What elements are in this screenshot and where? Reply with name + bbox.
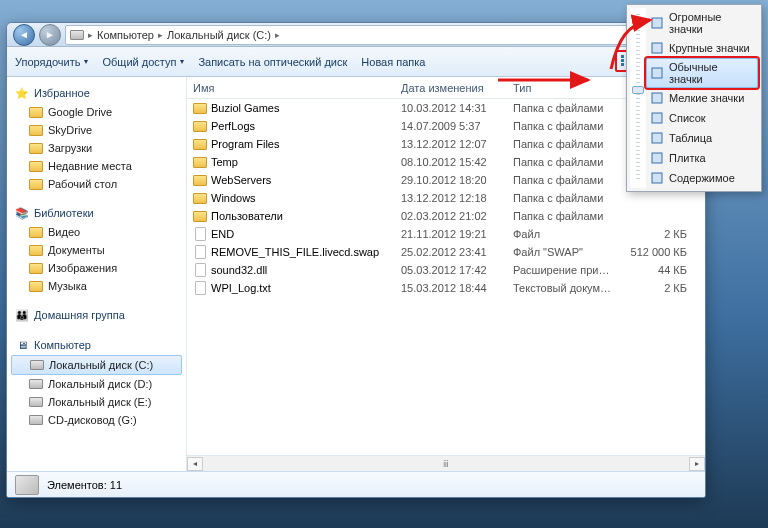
svg-rect-0 — [621, 55, 624, 58]
svg-rect-14 — [652, 113, 662, 123]
svg-rect-13 — [652, 93, 662, 103]
chevron-right-icon: ▸ — [88, 30, 93, 40]
view-option[interactable]: Содержимое — [646, 168, 758, 188]
chevron-down-icon: ▾ — [180, 57, 184, 66]
nav-pane: ⭐Избранное Google DriveSkyDriveЗагрузкиН… — [7, 77, 187, 471]
horizontal-scrollbar[interactable]: ◂ ⅲ ▸ — [187, 455, 705, 471]
folder-icon — [193, 191, 207, 205]
sidebar-item[interactable]: Рабочий стол — [7, 175, 186, 193]
hard-drive-icon — [29, 377, 43, 391]
svg-rect-15 — [652, 133, 662, 143]
view-mode-icon — [650, 151, 664, 165]
sidebar-item[interactable]: Музыка — [7, 277, 186, 295]
file-icon — [193, 227, 207, 241]
view-options-popup: Огромные значкиКрупные значкиОбычные зна… — [626, 4, 762, 192]
address-bar[interactable]: ▸ Компьютер ▸ Локальный диск (C:) ▸ — [65, 25, 671, 45]
sidebar-item-drive[interactable]: Локальный диск (D:) — [7, 375, 186, 393]
view-mode-icon — [650, 66, 664, 80]
view-option[interactable]: Список — [646, 108, 758, 128]
view-mode-icon — [650, 16, 664, 30]
file-icon — [193, 263, 207, 277]
table-row[interactable]: WPI_Log.txt15.03.2012 18:44Текстовый док… — [187, 279, 705, 297]
chevron-right-icon: ▸ — [158, 30, 163, 40]
scroll-right-icon[interactable]: ▸ — [689, 457, 705, 471]
burn-button[interactable]: Записать на оптический диск — [198, 56, 347, 68]
view-option[interactable]: Огромные значки — [646, 8, 758, 38]
video-icon — [29, 225, 43, 239]
sidebar-item[interactable]: Документы — [7, 241, 186, 259]
music-icon — [29, 279, 43, 293]
view-size-slider[interactable] — [630, 8, 646, 188]
file-icon — [193, 245, 207, 259]
slider-thumb[interactable] — [632, 86, 644, 94]
organize-button[interactable]: Упорядочить▾ — [15, 56, 88, 68]
gdrive-icon — [29, 105, 43, 119]
nav-group-computer[interactable]: 🖥Компьютер — [7, 335, 186, 355]
cd-drive-icon — [29, 413, 43, 427]
sidebar-item-drive[interactable]: CD-дисковод (G:) — [7, 411, 186, 429]
view-option[interactable]: Крупные значки — [646, 38, 758, 58]
svg-rect-2 — [621, 63, 624, 66]
sidebar-item[interactable]: Загрузки — [7, 139, 186, 157]
table-row[interactable]: Пользователи02.03.2012 21:02Папка с файл… — [187, 207, 705, 225]
share-button[interactable]: Общий доступ▾ — [102, 56, 184, 68]
sidebar-item[interactable]: Google Drive — [7, 103, 186, 121]
homegroup-icon: 👪 — [15, 308, 29, 322]
svg-rect-1 — [621, 59, 624, 62]
recent-icon — [29, 159, 43, 173]
view-mode-icon — [650, 171, 664, 185]
status-text: Элементов: 11 — [47, 479, 122, 491]
status-bar: Элементов: 11 — [7, 471, 705, 497]
column-date[interactable]: Дата изменения — [401, 82, 513, 94]
computer-icon: 🖥 — [15, 338, 29, 352]
nav-group-favorites[interactable]: ⭐Избранное — [7, 83, 186, 103]
nav-group-libraries[interactable]: 📚Библиотеки — [7, 203, 186, 223]
titlebar: ◄ ► ▸ Компьютер ▸ Локальный диск (C:) ▸ … — [7, 23, 705, 47]
hard-drive-icon — [30, 358, 44, 372]
sidebar-item[interactable]: SkyDrive — [7, 121, 186, 139]
sidebar-item-drive[interactable]: Локальный диск (C:) — [11, 355, 182, 375]
sidebar-item-drive[interactable]: Локальный диск (E:) — [7, 393, 186, 411]
folder-icon — [193, 101, 207, 115]
chevron-down-icon: ▾ — [84, 57, 88, 66]
view-option[interactable]: Таблица — [646, 128, 758, 148]
view-mode-icon — [650, 111, 664, 125]
chevron-right-icon: ▸ — [275, 30, 280, 40]
sidebar-item[interactable]: Изображения — [7, 259, 186, 277]
view-option[interactable]: Плитка — [646, 148, 758, 168]
explorer-window: ◄ ► ▸ Компьютер ▸ Локальный диск (C:) ▸ … — [6, 22, 706, 498]
breadcrumb-seg[interactable]: Компьютер — [97, 29, 154, 41]
back-button[interactable]: ◄ — [13, 24, 35, 46]
file-icon — [193, 281, 207, 295]
svg-rect-10 — [652, 18, 662, 28]
forward-button[interactable]: ► — [39, 24, 61, 46]
documents-icon — [29, 243, 43, 257]
command-bar: Упорядочить▾ Общий доступ▾ Записать на о… — [7, 47, 705, 77]
sidebar-item[interactable]: Видео — [7, 223, 186, 241]
drive-icon — [15, 475, 39, 495]
column-name[interactable]: Имя — [187, 82, 401, 94]
images-icon — [29, 261, 43, 275]
hard-drive-icon — [29, 395, 43, 409]
desktop-icon — [29, 177, 43, 191]
view-option[interactable]: Мелкие значки — [646, 88, 758, 108]
drive-icon — [70, 28, 84, 42]
nav-group-homegroup[interactable]: 👪Домашняя группа — [7, 305, 186, 325]
folder-icon — [193, 137, 207, 151]
svg-rect-11 — [652, 43, 662, 53]
libraries-icon: 📚 — [15, 206, 29, 220]
svg-rect-16 — [652, 153, 662, 163]
folder-icon — [193, 173, 207, 187]
table-row[interactable]: REMOVE_THIS_FILE.livecd.swap25.02.2012 2… — [187, 243, 705, 261]
folder-icon — [193, 155, 207, 169]
table-row[interactable]: sound32.dll05.03.2012 17:42Расширение пр… — [187, 261, 705, 279]
column-type[interactable]: Тип — [513, 82, 627, 94]
table-row[interactable]: END21.11.2012 19:21Файл2 КБ — [187, 225, 705, 243]
view-option[interactable]: Обычные значки — [646, 58, 758, 88]
new-folder-button[interactable]: Новая папка — [361, 56, 425, 68]
sidebar-item[interactable]: Недавние места — [7, 157, 186, 175]
view-mode-icon — [650, 131, 664, 145]
scroll-left-icon[interactable]: ◂ — [187, 457, 203, 471]
view-mode-icon — [650, 41, 664, 55]
breadcrumb-seg[interactable]: Локальный диск (C:) — [167, 29, 271, 41]
